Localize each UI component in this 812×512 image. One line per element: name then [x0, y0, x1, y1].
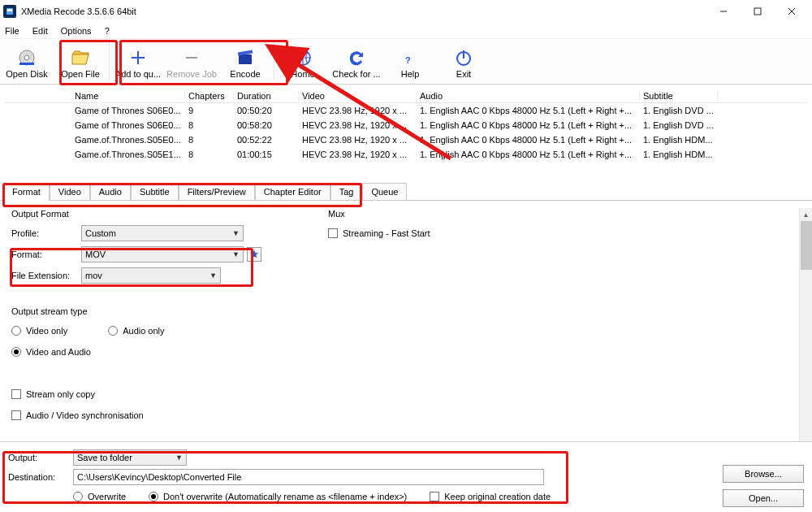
home-label: Home — [291, 69, 314, 79]
col-subtitle[interactable]: Subtitle — [640, 91, 718, 101]
keep-creation-date-check[interactable]: Keep original creation date — [430, 492, 551, 501]
tab-filters[interactable]: Filters/Preview — [179, 183, 255, 200]
plus-icon — [128, 48, 148, 67]
encode-button[interactable]: Encode — [218, 39, 272, 84]
format-select[interactable]: MOV▼ — [81, 246, 244, 263]
menubar: File Edit Options ? — [0, 23, 812, 39]
cell-audio: 1. English AAC 0 Kbps 48000 Hz 5.1 (Left… — [417, 106, 640, 115]
check-update-label: Check for ... — [332, 69, 380, 79]
scroll-up-icon[interactable]: ▲ — [801, 209, 812, 220]
av-sync-label: Audio / Video synchronisation — [26, 410, 144, 420]
col-audio[interactable]: Audio — [417, 91, 640, 101]
mux-heading: Mux — [328, 209, 430, 219]
vertical-scrollbar[interactable]: ▲ ▼ — [799, 208, 812, 450]
tab-video[interactable]: Video — [50, 183, 90, 200]
table-row[interactable]: Game.of.Thrones.S05E0...800:52:22HEVC 23… — [5, 132, 807, 147]
destination-input[interactable]: C:\Users\Kevincy\Desktop\Converted File — [73, 469, 544, 485]
dont-overwrite-radio[interactable]: Don't overwrite (Automatically rename as… — [149, 492, 407, 501]
favorite-button[interactable] — [247, 247, 261, 262]
profile-select[interactable]: Custom▼ — [81, 225, 244, 241]
menu-edit[interactable]: Edit — [32, 26, 48, 36]
table-row[interactable]: Game of Thrones S06E0...800:58:20HEVC 23… — [5, 118, 807, 132]
browse-label: Browse... — [745, 469, 782, 479]
table-row[interactable]: Game.of.Thrones.S05E1...801:00:15HEVC 23… — [5, 147, 807, 162]
menu-help[interactable]: ? — [105, 26, 110, 36]
open-file-label: Open File — [61, 69, 100, 79]
output-format-heading: Output Format — [11, 209, 279, 219]
tab-format[interactable]: Format — [3, 183, 50, 201]
col-video[interactable]: Video — [299, 91, 417, 101]
table-row[interactable]: Game of Thrones S06E0...900:50:20HEVC 23… — [5, 103, 807, 118]
browse-button[interactable]: Browse... — [723, 465, 804, 483]
cell-chapters: 9 — [185, 106, 234, 115]
tab-tag[interactable]: Tag — [330, 183, 363, 200]
overwrite-label: Overwrite — [88, 492, 126, 501]
encode-label: Encode — [230, 69, 260, 79]
remove-job-button[interactable]: Remove Job — [165, 39, 218, 84]
tab-audio[interactable]: Audio — [90, 183, 131, 200]
svg-rect-1 — [7, 9, 12, 11]
file-extension-select[interactable]: mov▼ — [81, 267, 221, 284]
av-sync-check[interactable]: Audio / Video synchronisation — [11, 410, 144, 420]
overwrite-radio[interactable]: Overwrite — [73, 492, 126, 501]
cell-name: Game of Thrones S06E0... — [71, 106, 185, 115]
file-list-header: Name Chapters Duration Video Audio Subti… — [5, 89, 807, 103]
audio-only-radio[interactable]: Audio only — [108, 326, 164, 336]
exit-button[interactable]: Exit — [437, 39, 490, 84]
stream-only-copy-label: Stream only copy — [26, 389, 95, 399]
cell-subtitle: 1. English HDM... — [640, 150, 718, 159]
power-icon — [454, 48, 473, 67]
cell-subtitle: 1. English HDM... — [640, 135, 718, 145]
minimize-button[interactable] — [706, 1, 741, 22]
chevron-down-icon: ▼ — [175, 453, 183, 462]
remove-job-label: Remove Job — [166, 69, 217, 79]
cell-video: HEVC 23.98 Hz, 1920 x ... — [299, 150, 417, 159]
col-chapters[interactable]: Chapters — [185, 91, 234, 101]
svg-rect-10 — [239, 54, 252, 64]
col-duration[interactable]: Duration — [234, 91, 299, 101]
tab-subtitle[interactable]: Subtitle — [131, 183, 179, 200]
exit-label: Exit — [456, 69, 471, 79]
open-file-button[interactable]: Open File — [54, 39, 107, 84]
format-panel: Output Format Profile: Custom▼ Format: M… — [0, 201, 812, 443]
output-mode-value: Save to folder — [77, 453, 132, 462]
svg-text:?: ? — [405, 55, 411, 65]
destination-label: Destination: — [8, 472, 73, 482]
video-and-audio-label: Video and Audio — [26, 347, 91, 357]
folder-open-icon — [71, 48, 90, 67]
cell-chapters: 8 — [185, 120, 234, 130]
scroll-thumb[interactable] — [801, 221, 812, 270]
video-only-radio[interactable]: Video only — [11, 326, 67, 336]
titlebar: XMedia Recode 3.5.6.6 64bit — [0, 0, 812, 23]
output-mode-select[interactable]: Save to folder▼ — [73, 449, 187, 466]
tab-queue[interactable]: Queue — [362, 183, 407, 200]
file-extension-label: File Extension: — [11, 271, 81, 280]
home-button[interactable]: Home — [276, 39, 330, 84]
tab-chapter[interactable]: Chapter Editor — [255, 183, 330, 200]
cell-duration: 00:52:22 — [234, 135, 299, 145]
toolbar: Open Disk Open File Add to qu... Remove … — [0, 39, 812, 85]
check-updates-button[interactable]: Check for ... — [330, 39, 383, 84]
menu-file[interactable]: File — [5, 26, 19, 36]
keep-date-label: Keep original creation date — [444, 492, 551, 501]
cell-video: HEVC 23.98 Hz, 1920 x ... — [299, 106, 417, 115]
open-disk-button[interactable]: Open Disk — [0, 39, 54, 84]
add-to-queue-button[interactable]: Add to qu... — [111, 39, 165, 84]
stream-only-copy-check[interactable]: Stream only copy — [11, 389, 95, 399]
maximize-button[interactable] — [741, 1, 775, 22]
streaming-faststart-check[interactable]: Streaming - Fast Start — [328, 228, 430, 238]
audio-only-label: Audio only — [123, 326, 164, 336]
open-button[interactable]: Open... — [723, 489, 804, 507]
add-queue-label: Add to qu... — [115, 69, 161, 79]
col-name[interactable]: Name — [71, 91, 185, 101]
help-button[interactable]: ? Help — [383, 39, 437, 84]
cell-name: Game of Thrones S06E0... — [71, 120, 185, 130]
menu-options[interactable]: Options — [61, 26, 92, 36]
file-list-body: Game of Thrones S06E0...900:50:20HEVC 23… — [5, 103, 807, 162]
help-label: Help — [401, 69, 420, 79]
svg-point-7 — [24, 55, 29, 60]
cell-chapters: 8 — [185, 150, 234, 159]
video-and-audio-radio[interactable]: Video and Audio — [11, 347, 91, 357]
close-button[interactable] — [775, 1, 809, 22]
clapper-encode-icon — [235, 48, 255, 67]
